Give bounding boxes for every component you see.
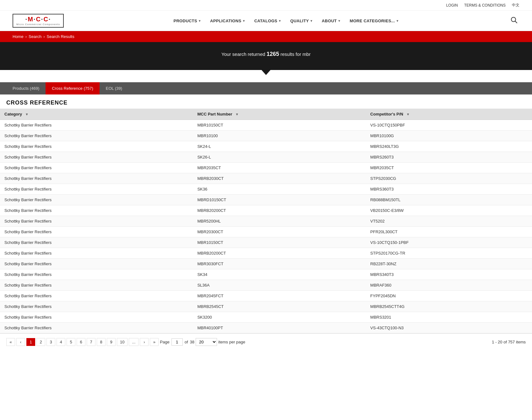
cell-category: Schottky Barrier Rectifiers xyxy=(0,301,193,312)
logo-sub: Micro Commercial Components xyxy=(16,23,60,26)
tab-eol[interactable]: EOL (39) xyxy=(100,82,128,94)
nav-applications[interactable]: APPLICATIONS ▼ xyxy=(206,16,249,26)
cell-category: Schottky Barrier Rectifiers xyxy=(0,205,193,216)
chevron-down-icon: ▼ xyxy=(278,19,281,23)
nav-quality[interactable]: QUALITY ▼ xyxy=(286,16,317,26)
cell-competitor-pn: VS-10CTQ150PBF xyxy=(366,120,532,131)
items-summary: 1 - 20 of 757 items xyxy=(492,340,526,344)
table-row: Schottky Barrier RectifiersSK24-LMBRS240… xyxy=(0,141,532,152)
login-link[interactable]: LOGIN xyxy=(446,3,458,8)
table-header-row: Category ▼ MCC Part Number ▼ Competitor'… xyxy=(0,109,532,120)
cell-competitor-pn: VS-10CTQ150-1PBF xyxy=(366,237,532,248)
pagination-page-btn[interactable]: 10 xyxy=(117,338,128,346)
table-row: Schottky Barrier RectifiersSK36MBRS360T3 xyxy=(0,184,532,195)
cell-mcc-part: SK24-L xyxy=(193,141,366,152)
tabs-container: Products (469) Cross Reference (757) EOL… xyxy=(0,82,532,94)
cell-category: Schottky Barrier Rectifiers xyxy=(0,163,193,173)
cell-category: Schottky Barrier Rectifiers xyxy=(0,237,193,248)
table-row: Schottky Barrier RectifiersMBR10150CTVS-… xyxy=(0,237,532,248)
filter-mcc-icon[interactable]: ▼ xyxy=(235,112,239,116)
pagination-page-btn[interactable]: 8 xyxy=(97,338,106,346)
pagination-page-btn[interactable]: 6 xyxy=(77,338,85,346)
cell-competitor-pn: MBRS340T3 xyxy=(366,269,532,280)
logo[interactable]: ·M·C·C· Micro Commercial Components xyxy=(13,14,64,28)
pagination-page-btn[interactable]: 2 xyxy=(36,338,45,346)
cell-mcc-part: MBR2035CT xyxy=(193,163,366,173)
table-row: Schottky Barrier RectifiersMBR2045FCTFYP… xyxy=(0,291,532,301)
nav-products[interactable]: PRODUCTS ▼ xyxy=(170,16,205,26)
pagination-page-btn[interactable]: 9 xyxy=(107,338,116,346)
cell-mcc-part: SL36A xyxy=(193,280,366,291)
cell-mcc-part: MBRD10150CT xyxy=(193,195,366,205)
lang-link[interactable]: 中文 xyxy=(512,3,519,8)
nav-more[interactable]: MORE CATEGORIES... ▼ xyxy=(346,16,403,26)
pagination-page-btn[interactable]: 7 xyxy=(87,338,95,346)
table-row: Schottky Barrier RectifiersMBR10100MBR10… xyxy=(0,131,532,141)
search-banner: Your search returned 1265 results for mb… xyxy=(0,42,532,70)
cell-mcc-part: SK36 xyxy=(193,184,366,195)
cell-mcc-part: MBRB2545CT xyxy=(193,301,366,312)
cell-competitor-pn: MBR2035CT xyxy=(366,163,532,173)
cell-category: Schottky Barrier Rectifiers xyxy=(0,131,193,141)
banner-suffix: results for mbr xyxy=(279,51,311,57)
cell-mcc-part: MBR10100 xyxy=(193,131,366,141)
cell-category: Schottky Barrier Rectifiers xyxy=(0,259,193,269)
banner-arrow xyxy=(0,69,532,76)
pagination-page-btn[interactable]: 5 xyxy=(67,338,75,346)
cell-mcc-part: MBRB20200CT xyxy=(193,248,366,259)
cell-competitor-pn: FYPF2045DN xyxy=(366,291,532,301)
cell-category: Schottky Barrier Rectifiers xyxy=(0,291,193,301)
pagination-next-btn[interactable]: › xyxy=(140,338,149,346)
pagination-page-btn[interactable]: 1 xyxy=(26,338,35,346)
logo-area[interactable]: ·M·C·C· Micro Commercial Components xyxy=(13,14,64,28)
per-page-select[interactable]: 20 50 100 xyxy=(196,338,217,346)
filter-competitor-icon[interactable]: ▼ xyxy=(406,112,410,116)
cell-category: Schottky Barrier Rectifiers xyxy=(0,120,193,131)
chevron-down-icon: ▼ xyxy=(198,19,201,23)
pagination-page-btn[interactable]: 3 xyxy=(46,338,55,346)
cell-mcc-part: SK34 xyxy=(193,269,366,280)
pagination-last-btn[interactable]: » xyxy=(150,338,159,346)
cross-reference-table: Category ▼ MCC Part Number ▼ Competitor'… xyxy=(0,109,532,333)
cell-competitor-pn: STPS2030CG xyxy=(366,173,532,184)
cell-category: Schottky Barrier Rectifiers xyxy=(0,195,193,205)
nav-catalogs[interactable]: CATALOGS ▼ xyxy=(251,16,285,26)
nav-about[interactable]: ABOUT ▼ xyxy=(318,16,345,26)
cell-category: Schottky Barrier Rectifiers xyxy=(0,173,193,184)
page-info: Page of 38 xyxy=(160,338,194,346)
breadcrumb-home[interactable]: Home xyxy=(13,34,24,39)
cell-category: Schottky Barrier Rectifiers xyxy=(0,141,193,152)
chevron-down-icon: ▼ xyxy=(338,19,341,23)
column-category: Category ▼ xyxy=(0,109,193,120)
pagination-prev-btn[interactable]: ‹ xyxy=(16,338,25,346)
breadcrumb-search[interactable]: Search xyxy=(29,34,41,39)
breadcrumb-current: Search Results xyxy=(47,34,74,39)
tab-products[interactable]: Products (469) xyxy=(6,82,46,94)
pagination-page-btn[interactable]: 4 xyxy=(57,338,65,346)
cell-competitor-pn: MBRS360T3 xyxy=(366,184,532,195)
table-row: Schottky Barrier RectifiersMBR5200HLVT52… xyxy=(0,216,532,227)
table-row: Schottky Barrier RectifiersMBRD10150CTRB… xyxy=(0,195,532,205)
svg-line-1 xyxy=(515,21,517,23)
terms-link[interactable]: TERMS & CONDITIONS xyxy=(464,3,506,8)
column-mcc-part: MCC Part Number ▼ xyxy=(193,109,366,120)
tab-cross-reference[interactable]: Cross Reference (757) xyxy=(46,82,100,94)
filter-category-icon[interactable]: ▼ xyxy=(25,112,29,116)
cell-category: Schottky Barrier Rectifiers xyxy=(0,227,193,237)
cell-mcc-part: MBRB2030CT xyxy=(193,173,366,184)
table-row: Schottky Barrier RectifiersSK26-LMBRS260… xyxy=(0,152,532,163)
pagination-first-btn[interactable]: « xyxy=(6,338,15,346)
table-row: Schottky Barrier RectifiersMBRB20200CTVB… xyxy=(0,205,532,216)
cell-category: Schottky Barrier Rectifiers xyxy=(0,216,193,227)
cell-mcc-part: MBR2045FCT xyxy=(193,291,366,301)
page-number-input[interactable] xyxy=(171,338,183,346)
main-nav: PRODUCTS ▼ APPLICATIONS ▼ CATALOGS ▼ QUA… xyxy=(170,16,403,26)
search-icon[interactable] xyxy=(509,15,519,27)
table-row: Schottky Barrier RectifiersMBR40100PTVS-… xyxy=(0,323,532,333)
breadcrumb-sep-2: › xyxy=(43,34,45,39)
cell-category: Schottky Barrier Rectifiers xyxy=(0,323,193,333)
banner-count: 1265 xyxy=(267,51,279,57)
cell-competitor-pn: MBRS260T3 xyxy=(366,152,532,163)
logo-brand: ·M·C·C· xyxy=(25,16,51,23)
table-row: Schottky Barrier RectifiersMBRB2030CTSTP… xyxy=(0,173,532,184)
